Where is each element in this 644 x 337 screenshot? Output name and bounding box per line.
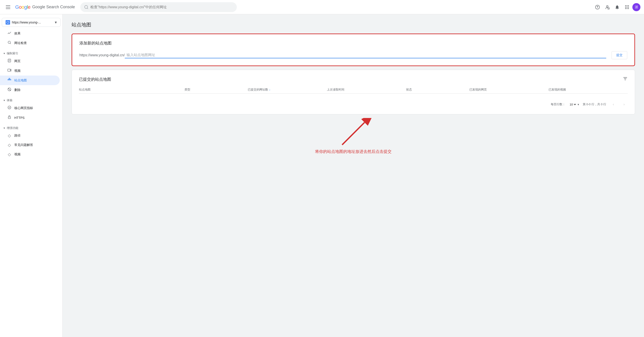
- table-empty-body: [79, 94, 628, 97]
- col-last-read: 上次读取时间: [327, 88, 406, 92]
- sidebar-item-sitemaps[interactable]: 站点地图: [0, 75, 60, 85]
- sitemap-input-row: https://www.young-digital.cn/ 提交: [80, 51, 627, 59]
- svg-point-2: [606, 5, 608, 7]
- sidebar-item-label: 网页: [14, 59, 20, 63]
- sort-icon: ↓: [269, 88, 270, 91]
- sidebar-item-label: 站点地图: [14, 78, 27, 82]
- page-select-area[interactable]: 10 25 50 ▾: [569, 103, 579, 106]
- breadcrumb-nav-icon: ◇: [7, 133, 12, 138]
- annotation-text: 将你的站点地图的地址放进去然后点击提交: [315, 149, 392, 154]
- col-type: 类型: [184, 88, 248, 92]
- col-submitted-label: 已提交的网址数: [248, 88, 268, 92]
- performance-icon: [7, 31, 12, 36]
- sidebar-item-performance[interactable]: 效果: [0, 29, 60, 38]
- nav-section-experience: ▾ 体验 核心网页指标 HTTPS: [0, 96, 62, 122]
- select-dropdown-icon: ▾: [578, 103, 579, 106]
- svg-rect-9: [628, 7, 629, 7]
- video-enhanced-icon: ◇: [7, 152, 12, 157]
- sidebar-item-label: 路径: [14, 134, 20, 138]
- col-last-read-label: 上次读取时间: [327, 88, 344, 92]
- submitted-sitemaps-card: 已提交的站点地图 站点地图 类型 已提交的网址数 ↓ 上次读取时间: [72, 70, 635, 114]
- account-button[interactable]: [603, 3, 612, 12]
- enhanced-section-header[interactable]: ▾ 增强功能: [0, 124, 62, 131]
- grid-icon: [624, 5, 630, 9]
- sidebar-item-breadcrumb[interactable]: ◇ 路径: [0, 131, 60, 140]
- next-page-button[interactable]: ›: [620, 101, 628, 108]
- sitemap-url-input[interactable]: [125, 52, 606, 58]
- rows-per-page-select[interactable]: 10 25 50: [569, 103, 577, 106]
- sidebar-item-url-inspection[interactable]: 网址检查: [0, 38, 60, 48]
- page-title: 站点地图: [72, 21, 635, 28]
- sidebar-item-label: 效果: [14, 31, 20, 35]
- col-status-label: 状态: [406, 88, 412, 92]
- annotation-container: 将你的站点地图的地址放进去然后点击提交: [72, 118, 635, 154]
- google-logo: Google: [15, 4, 30, 10]
- sidebar-item-video-enhanced[interactable]: ◇ 视频: [0, 150, 60, 159]
- account-icon: [605, 5, 610, 9]
- col-submitted-urls[interactable]: 已提交的网址数 ↓: [248, 88, 327, 92]
- experience-section-label: 体验: [7, 98, 12, 102]
- app-subtitle: Google Search Console: [32, 5, 75, 9]
- submit-button[interactable]: 提交: [612, 51, 627, 59]
- url-inspection-icon: [7, 40, 12, 45]
- pages-icon: [7, 58, 12, 64]
- svg-rect-7: [625, 7, 626, 7]
- svg-rect-4: [625, 5, 626, 6]
- top-navigation: Google Google Search Console: [0, 0, 644, 14]
- help-icon: [595, 5, 600, 9]
- nav-section-top: 效果 网址检查: [0, 29, 62, 48]
- filter-icon[interactable]: [623, 76, 628, 82]
- svg-rect-10: [625, 8, 626, 9]
- svg-point-21: [8, 106, 11, 109]
- table-section-header: 已提交的站点地图: [79, 76, 628, 82]
- hamburger-icon: [6, 5, 10, 9]
- sidebar-item-pages[interactable]: 网页: [0, 56, 60, 66]
- table-pagination: 每页行数： 10 25 50 ▾ 第 0-0 行，共 0 行 ‹ ›: [79, 97, 628, 108]
- sidebar-item-label: 视频: [14, 69, 20, 73]
- prev-page-button[interactable]: ‹: [610, 101, 617, 108]
- logo-area: Google Google Search Console: [15, 4, 75, 10]
- avatar[interactable]: 波: [632, 3, 640, 11]
- sidebar-item-faq[interactable]: ◇ 常见问题解答: [0, 140, 60, 150]
- site-name-label: https://www.young-...: [12, 20, 53, 24]
- svg-rect-6: [628, 5, 629, 6]
- svg-point-13: [8, 41, 10, 43]
- apps-button[interactable]: [622, 3, 632, 12]
- main-content: 站点地图 添加新的站点地图 https://www.young-digital.…: [62, 14, 644, 337]
- col-discovered-videos: 已发现的视频: [548, 88, 628, 92]
- sidebar-item-label: 网址检查: [14, 41, 27, 45]
- collapse-icon: ▾: [4, 99, 5, 102]
- svg-rect-22: [8, 117, 11, 119]
- index-section-label: 编制索引: [7, 51, 18, 55]
- dropdown-arrow-icon: ▾: [55, 20, 57, 25]
- site-selector[interactable]: https://www.young-... ▾: [2, 18, 60, 27]
- sitemap-icon: [7, 78, 12, 83]
- notifications-button[interactable]: [613, 3, 622, 12]
- nav-section-enhanced: ▾ 增强功能 ◇ 路径 ◇ 常见问题解答 ◇ 视频: [0, 124, 62, 159]
- https-icon: [7, 115, 12, 120]
- menu-button[interactable]: [4, 3, 12, 12]
- help-button[interactable]: [593, 3, 602, 12]
- sidebar-item-label: 核心网页指标: [14, 106, 33, 110]
- svg-line-24: [342, 122, 364, 145]
- index-section-header[interactable]: ▾ 编制索引: [0, 50, 62, 56]
- bell-icon: [615, 5, 620, 9]
- search-bar[interactable]: [80, 2, 237, 12]
- nav-section-index: ▾ 编制索引 网页 视频 站点地图: [0, 50, 62, 95]
- page-info-label: 第 0-0 行，共 0 行: [583, 102, 606, 106]
- sidebar-item-video[interactable]: 视频: [0, 66, 60, 75]
- col-discovered-pages-label: 已发现的网页: [469, 88, 487, 92]
- sidebar-item-cwv[interactable]: 核心网页指标: [0, 103, 60, 113]
- experience-section-header[interactable]: ▾ 体验: [0, 96, 62, 103]
- annotation-arrow: [329, 118, 378, 147]
- svg-rect-8: [626, 7, 628, 7]
- search-input[interactable]: [90, 5, 233, 9]
- sidebar-item-removals[interactable]: 删除: [0, 85, 60, 95]
- site-favicon: [6, 20, 10, 24]
- removals-icon: [7, 87, 12, 92]
- collapse-icon: ▾: [4, 126, 5, 130]
- table-header-row: 站点地图 类型 已提交的网址数 ↓ 上次读取时间 状态 已发现的网页: [79, 86, 628, 94]
- sidebar-item-https[interactable]: HTTPS: [0, 113, 60, 122]
- sidebar: https://www.young-... ▾ 效果 网址检查 ▾ 编制索: [0, 14, 62, 337]
- rows-per-page-label: 每页行数：: [551, 102, 565, 106]
